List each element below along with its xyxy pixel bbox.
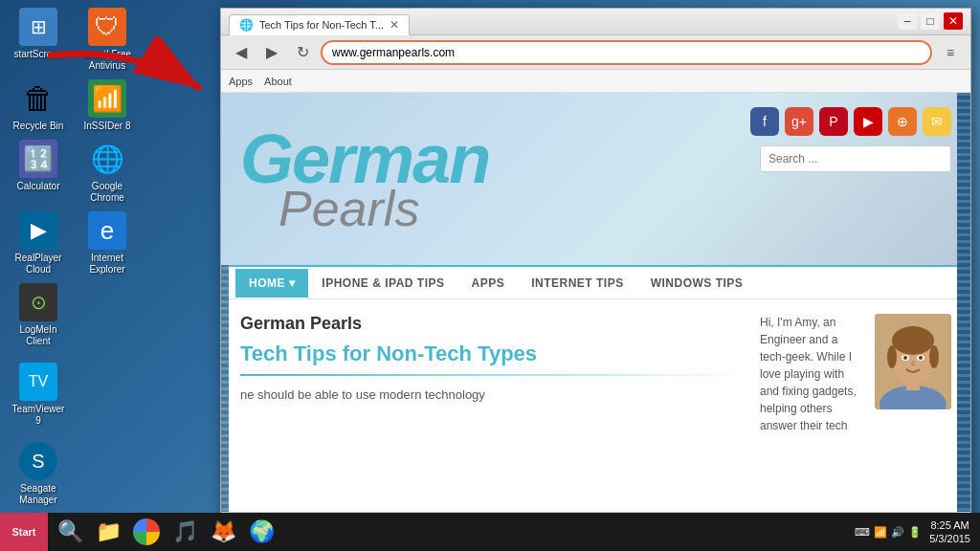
site-header-right: f g+ P ▶ ⊕ ✉ [750, 107, 951, 172]
desktop-icon-label: Calculator [16, 181, 59, 192]
taskbar-icons: 🔍 📁 🎵 🦊 🌍 [48, 515, 845, 549]
taskbar-clock: 8:25 AM 5/3/2015 [929, 518, 970, 546]
desktop-icon-realplayer[interactable]: ▶ RealPlayerCloud [8, 211, 69, 276]
site-logo: German Pearls [240, 124, 489, 233]
browser-titlebar: 🌐 Tech Tips for Non-Tech T... ✕ – □ ✕ [221, 9, 970, 35]
volume-icon: 🔊 [891, 526, 904, 539]
nav-apps[interactable]: APPS [457, 269, 518, 298]
desktop: ⊞ startScreen 🛡 avast! FreeAntivirus 🗑 R… [0, 0, 980, 551]
nav-iphone[interactable]: IPHONE & IPAD TIPS [308, 269, 457, 298]
desktop-icon-label: Recycle Bin [13, 121, 64, 132]
desktop-icon-teamviewer[interactable]: TV TeamViewer9 [8, 363, 69, 427]
desktop-icon-label: avast! FreeAntivirus [83, 49, 131, 72]
tab-title: Tech Tips for Non-Tech T... [259, 19, 384, 31]
youtube-icon[interactable]: ▶ [854, 107, 882, 136]
nav-internet[interactable]: INTERNET TIPS [518, 269, 637, 298]
taskbar-chrome[interactable] [129, 515, 164, 549]
rss-icon[interactable]: ⊕ [888, 107, 917, 136]
taskbar: Start 🔍 📁 🎵 🦊 🌍 ⌨ [0, 513, 980, 551]
desktop-icon-label: startScreen [13, 49, 62, 60]
author-section: Hi, I'm Amy, an Engineer and a tech-geek… [760, 314, 951, 434]
site-main-subtitle: Tech Tips for Non-Tech Types [240, 342, 746, 366]
desktop-icon-avast[interactable]: 🛡 avast! FreeAntivirus [77, 8, 138, 72]
start-label: Start [11, 526, 35, 538]
browser-window: 🌐 Tech Tips for Non-Tech T... ✕ – □ ✕ ◀ … [220, 8, 971, 532]
desktop-icon-recycle[interactable]: 🗑 Recycle Bin [8, 79, 69, 132]
facebook-icon[interactable]: f [750, 107, 779, 136]
taskbar-media[interactable]: 🎵 [167, 515, 202, 549]
taskbar-search[interactable]: 🔍 [53, 515, 87, 549]
author-bio: Hi, I'm Amy, an Engineer and a tech-geek… [760, 314, 865, 434]
logo-pearls: Pearls [278, 184, 419, 233]
website-content: German Pearls f g+ P ▶ ⊕ ✉ H [221, 93, 970, 512]
site-left-content: German Pearls Tech Tips for Non-Tech Typ… [240, 314, 746, 434]
nav-home[interactable]: HOME ▾ [235, 269, 308, 298]
googleplus-icon[interactable]: g+ [785, 107, 813, 136]
svg-point-11 [919, 356, 923, 360]
forward-button[interactable]: ▶ [259, 40, 284, 65]
website-header: German Pearls f g+ P ▶ ⊕ ✉ [221, 93, 970, 265]
svg-point-7 [929, 345, 939, 368]
clock-date: 5/3/2015 [929, 532, 970, 545]
tab-close-button[interactable]: ✕ [390, 18, 399, 32]
svg-point-5 [892, 326, 934, 355]
clock-time: 8:25 AM [929, 518, 970, 532]
desktop-icon-start[interactable]: ⊞ startScreen [8, 8, 69, 72]
taskbar-explorer[interactable]: 📁 [91, 515, 125, 549]
search-input[interactable] [760, 145, 951, 172]
minimize-button[interactable]: – [898, 12, 917, 30]
refresh-button[interactable]: ↻ [290, 40, 315, 65]
site-right-content: Hi, I'm Amy, an Engineer and a tech-geek… [760, 314, 951, 434]
desktop-icon-label: InSSIDer 8 [84, 121, 131, 132]
site-main-title: German Pearls [240, 314, 746, 334]
battery-icon: 🔋 [908, 526, 922, 539]
start-button[interactable]: Start [0, 513, 48, 551]
close-window-button[interactable]: ✕ [944, 12, 963, 30]
browser-window-controls: – □ ✕ [898, 12, 963, 30]
desktop-icon-label: GoogleChrome [90, 181, 124, 204]
menu-button[interactable]: ≡ [938, 40, 963, 65]
desktop-icon-label: LogMeInClient [20, 324, 57, 347]
back-button[interactable]: ◀ [229, 40, 254, 65]
desktop-icon-ie[interactable]: e InternetExplorer [77, 211, 138, 276]
desktop-icon-label: InternetExplorer [89, 253, 124, 276]
nav-windows[interactable]: WINDOWS TIPS [637, 269, 757, 298]
desktop-icon-logmein[interactable]: ⊙ LogMeInClient [8, 283, 69, 347]
site-excerpt: ne should be able to use modern technolo… [240, 386, 746, 405]
author-photo [875, 314, 951, 409]
desktop-icon-inssider[interactable]: 📶 InSSIDer 8 [77, 79, 138, 132]
desktop-icon-label: RealPlayerCloud [15, 253, 62, 276]
desktop-icon-calculator[interactable]: 🔢 Calculator [8, 140, 69, 204]
taskbar-right: ⌨ 📶 🔊 🔋 8:25 AM 5/3/2015 [845, 518, 980, 546]
email-icon[interactable]: ✉ [923, 107, 951, 136]
site-navigation: HOME ▾ IPHONE & IPAD TIPS APPS INTERNET … [221, 265, 970, 299]
desktop-icon-seagate[interactable]: S SeagateManager [8, 442, 69, 506]
browser-tab[interactable]: 🌐 Tech Tips for Non-Tech T... ✕ [229, 14, 410, 35]
desktop-icon-label: SeagateManager [19, 483, 56, 506]
taskbar-firefox[interactable]: 🦊 [206, 515, 240, 549]
secondary-link-about[interactable]: About [264, 76, 292, 87]
secondary-link-apps[interactable]: Apps [229, 76, 253, 87]
social-icons: f g+ P ▶ ⊕ ✉ [750, 107, 951, 136]
browser-toolbar: ◀ ▶ ↻ ≡ [221, 35, 970, 70]
keyboard-icon: ⌨ [855, 526, 870, 539]
desktop-icons-container: ⊞ startScreen 🛡 avast! FreeAntivirus 🗑 R… [8, 8, 138, 506]
url-bar[interactable] [321, 40, 932, 65]
site-divider [240, 374, 746, 376]
site-main: German Pearls Tech Tips for Non-Tech Typ… [221, 299, 970, 449]
desktop-icon-label: TeamViewer9 [12, 404, 65, 427]
svg-point-10 [903, 356, 907, 360]
svg-point-12 [911, 361, 915, 366]
svg-point-6 [887, 345, 897, 368]
desktop-icon-chrome[interactable]: 🌐 GoogleChrome [77, 140, 138, 204]
taskbar-browser2[interactable]: 🌍 [244, 515, 278, 549]
browser-secondary-toolbar: Apps About [221, 70, 970, 93]
pinterest-icon[interactable]: P [819, 107, 848, 136]
network-icon: 📶 [874, 526, 887, 539]
taskbar-system-icons: ⌨ 📶 🔊 🔋 [855, 526, 922, 539]
maximize-button[interactable]: □ [921, 12, 940, 30]
